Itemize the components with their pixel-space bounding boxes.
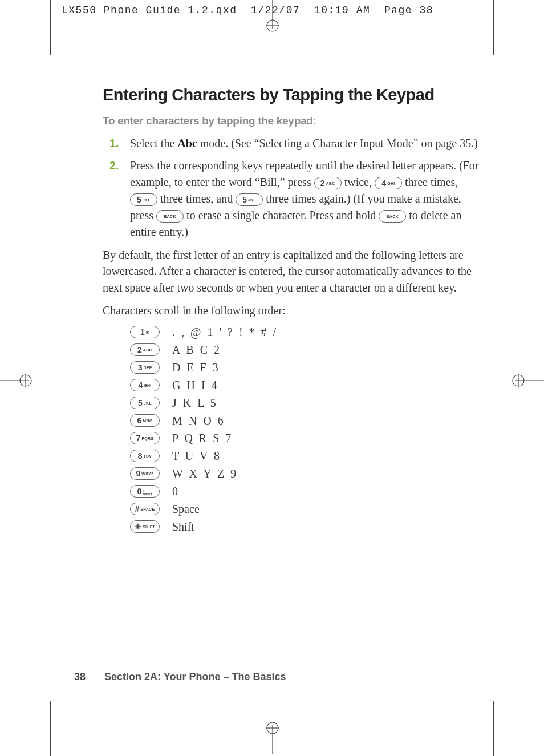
key-7-pqrs-icon: 7PQRS <box>130 432 160 444</box>
subheading: To enter characters by tapping the keypa… <box>103 115 479 127</box>
slug-filename: LX550_Phone Guide_1.2.qxd <box>62 5 237 16</box>
registration-mark-icon <box>510 372 544 391</box>
char-table-row: 0+NEXT0 <box>130 485 479 498</box>
registration-mark-icon <box>264 719 281 756</box>
char-table-row: 6MNOM N O 6 <box>130 414 479 427</box>
char-table-row: 8TUVT U V 8 <box>130 450 479 463</box>
char-sequence: . , @ 1 ' ? ! * # / <box>172 326 278 339</box>
char-table-row: 4GHIG H I 4 <box>130 379 479 392</box>
page-number: 38 <box>74 671 86 682</box>
char-sequence: W X Y Z 9 <box>172 467 238 480</box>
char-sequence: G H I 4 <box>172 379 219 392</box>
key-5-jkl-icon: 5JKL <box>130 193 157 206</box>
key-4-ghi-icon: 4GHI <box>130 379 160 391</box>
slug-time: 10:19 AM <box>314 5 370 16</box>
char-sequence: 0 <box>172 485 180 498</box>
key-4-ghi-icon: 4GHI <box>375 177 402 189</box>
key-8-tuv-icon: 8TUV <box>130 450 160 462</box>
crop-mark <box>493 0 494 55</box>
crop-mark <box>50 701 51 756</box>
char-table-row: 5JKLJ K L 5 <box>130 397 479 410</box>
char-table-row: #SPACESpace <box>130 503 479 516</box>
crop-mark <box>0 55 50 55</box>
paragraph-scroll-order: Characters scroll in the following order… <box>103 302 479 318</box>
crop-mark <box>0 701 50 701</box>
char-sequence: Space <box>172 503 200 516</box>
char-sequence: M N O 6 <box>172 414 225 427</box>
key-5-jkl-icon: 5JKL <box>130 397 160 409</box>
slug-line: LX550_Phone Guide_1.2.qxd 1/22/07 10:19 … <box>62 5 433 16</box>
char-sequence: J K L 5 <box>172 397 218 410</box>
registration-mark-icon <box>0 372 34 391</box>
section-label: Section 2A: Your Phone – The Basics <box>104 671 286 682</box>
key-2-abc-icon: 2ABC <box>314 177 342 189</box>
page-content: Entering Characters by Tapping the Keypa… <box>103 86 479 538</box>
char-table-row: 7PQRSP Q R S 7 <box>130 432 479 445</box>
step-body: Press the corresponding keys repeatedly … <box>130 157 479 240</box>
char-table-row: 3DEFD E F 3 <box>130 361 479 374</box>
step-1: 1. Select the Abc mode. (See “Selecting … <box>103 135 479 152</box>
key-star-shift-icon: ✳SHIFT <box>130 520 160 533</box>
step-2: 2. Press the corresponding keys repeated… <box>103 157 479 240</box>
step-number: 1. <box>103 135 130 152</box>
page-title: Entering Characters by Tapping the Keypa… <box>103 86 479 104</box>
char-sequence: Shift <box>172 520 194 533</box>
crop-mark <box>50 0 51 55</box>
char-sequence: D E F 3 <box>172 361 220 374</box>
key-9-wxyz-icon: 9WXYZ <box>130 467 160 480</box>
char-table-row: 1✉. , @ 1 ' ? ! * # / <box>130 326 479 339</box>
key-5-jkl-icon: 5JKL <box>236 193 263 206</box>
step-body: Select the Abc mode. (See “Selecting a C… <box>130 135 479 152</box>
steps-list: 1. Select the Abc mode. (See “Selecting … <box>103 135 479 240</box>
char-table-row: 2ABCA B C 2 <box>130 343 479 357</box>
character-table: 1✉. , @ 1 ' ? ! * # /2ABCA B C 23DEFD E … <box>130 326 479 533</box>
key-0-next-icon: 0+NEXT <box>130 485 160 498</box>
key-hash-space-icon: #SPACE <box>130 503 160 515</box>
key-back-icon: BACK <box>379 210 406 223</box>
key-6-mno-icon: 6MNO <box>130 414 160 427</box>
char-sequence: T U V 8 <box>172 450 221 463</box>
char-table-row: 9WXYZW X Y Z 9 <box>130 467 479 480</box>
crop-mark <box>493 701 494 756</box>
char-sequence: P Q R S 7 <box>172 432 233 445</box>
key-3-def-icon: 3DEF <box>130 361 160 374</box>
char-sequence: A B C 2 <box>172 343 221 357</box>
key-1-icon: 1✉ <box>130 326 160 338</box>
page-footer: 38 Section 2A: Your Phone – The Basics <box>74 671 286 683</box>
paragraph-default-behavior: By default, the first letter of an entry… <box>103 247 479 296</box>
key-back-icon: BACK <box>156 210 184 223</box>
key-2-abc-icon: 2ABC <box>130 343 160 356</box>
char-table-row: ✳SHIFTShift <box>130 520 479 533</box>
slug-date: 1/22/07 <box>251 5 300 16</box>
slug-page: Page 38 <box>384 5 433 16</box>
step-number: 2. <box>103 157 130 240</box>
